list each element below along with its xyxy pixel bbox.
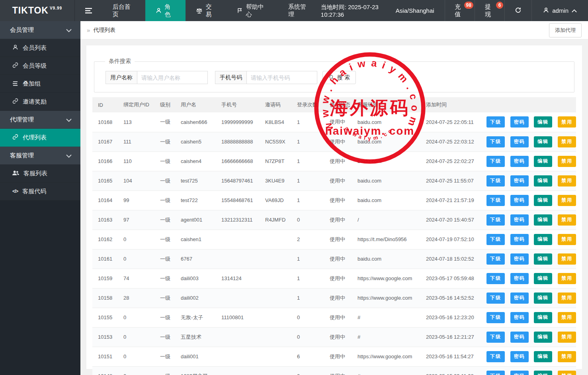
- edit-button[interactable]: 编辑: [534, 116, 552, 128]
- password-button[interactable]: 密码: [510, 371, 529, 375]
- cell-username: daili003: [175, 269, 216, 288]
- password-button[interactable]: 密码: [510, 332, 529, 343]
- edit-button[interactable]: 编辑: [534, 214, 552, 226]
- sub-agent-button[interactable]: 下级: [486, 195, 505, 206]
- withdraw-button[interactable]: 提现 6: [475, 0, 504, 21]
- edit-button[interactable]: 编辑: [534, 312, 552, 323]
- sidebar-toggle-button[interactable]: [75, 0, 102, 21]
- password-button[interactable]: 密码: [510, 253, 529, 265]
- sidebar-group-agents[interactable]: 代理管理: [0, 111, 80, 129]
- disable-button[interactable]: 禁用: [558, 253, 576, 265]
- password-button[interactable]: 密码: [510, 136, 529, 147]
- hamburger-icon: [85, 8, 92, 14]
- sidebar-group-service[interactable]: 客服管理: [0, 147, 80, 165]
- sidebar-item-invite-reward[interactable]: 邀请奖励: [0, 93, 80, 111]
- nav-item-home[interactable]: 后台首页: [102, 0, 145, 21]
- nav-item-label: 帮助中心: [246, 3, 268, 18]
- edit-button[interactable]: 编辑: [534, 293, 552, 304]
- password-button[interactable]: 密码: [510, 156, 529, 167]
- edit-button[interactable]: 编辑: [534, 175, 552, 187]
- edit-button[interactable]: 编辑: [534, 273, 552, 284]
- cell-login-count: 1: [291, 171, 324, 190]
- search-button[interactable]: 搜 索: [322, 71, 356, 84]
- phone-input[interactable]: [246, 71, 317, 84]
- password-button[interactable]: 密码: [510, 312, 529, 323]
- cell-actions: 下级 密码 编辑 禁用: [481, 210, 576, 230]
- disable-button[interactable]: 禁用: [558, 351, 576, 362]
- sidebar-group-members[interactable]: 会员管理: [0, 21, 80, 39]
- sub-agent-button[interactable]: 下级: [486, 371, 505, 375]
- sub-agent-button[interactable]: 下级: [486, 214, 505, 226]
- column-header: 手机号: [216, 97, 260, 112]
- cell-login-count: 1: [291, 132, 324, 151]
- edit-button[interactable]: 编辑: [534, 332, 552, 343]
- nav-item-roles[interactable]: 角色: [145, 0, 186, 21]
- nav-item-trade[interactable]: 交易: [186, 0, 227, 21]
- password-button[interactable]: 密码: [510, 175, 529, 187]
- sub-agent-button[interactable]: 下级: [486, 156, 505, 167]
- recharge-button[interactable]: 充值 98: [445, 0, 475, 21]
- disable-button[interactable]: 禁用: [558, 234, 576, 245]
- recharge-label: 充值: [455, 3, 465, 18]
- edit-button[interactable]: 编辑: [534, 234, 552, 245]
- cell-bind-user-id: 97: [118, 210, 154, 230]
- password-button[interactable]: 密码: [510, 351, 529, 362]
- add-agent-button[interactable]: 添加代理: [549, 23, 582, 37]
- sub-agent-button[interactable]: 下级: [486, 234, 505, 245]
- cell-username: caishen666: [175, 112, 216, 132]
- cell-login-count: 1: [291, 249, 324, 269]
- disable-button[interactable]: 禁用: [558, 371, 576, 375]
- sidebar-item-service-list[interactable]: 客服列表: [0, 165, 80, 183]
- nav-item-help-center[interactable]: 帮助中心: [227, 0, 278, 21]
- disable-button[interactable]: 禁用: [558, 293, 576, 304]
- admin-menu[interactable]: admin: [531, 0, 588, 21]
- sub-agent-button[interactable]: 下级: [486, 332, 505, 343]
- sidebar-item-stack-group[interactable]: 叠加组: [0, 75, 80, 93]
- disable-button[interactable]: 禁用: [558, 214, 576, 226]
- disable-button[interactable]: 禁用: [558, 116, 576, 128]
- cell-actions: 下级 密码 编辑 禁用: [481, 308, 576, 327]
- search-icon: [328, 74, 334, 81]
- cell-login-count: 0: [291, 210, 324, 230]
- cell-invite-code: R4JMFD: [260, 210, 291, 230]
- disable-button[interactable]: 禁用: [558, 175, 576, 187]
- cell-actions: 下级 密码 编辑 禁用: [481, 112, 576, 132]
- nav-item-system[interactable]: 系统管理: [278, 0, 321, 21]
- sub-agent-button[interactable]: 下级: [486, 293, 505, 304]
- edit-button[interactable]: 编辑: [534, 253, 552, 265]
- sub-agent-button[interactable]: 下级: [486, 351, 505, 362]
- sub-agent-button[interactable]: 下级: [486, 253, 505, 265]
- edit-button[interactable]: 编辑: [534, 351, 552, 362]
- sub-agent-button[interactable]: 下级: [486, 136, 505, 147]
- disable-button[interactable]: 禁用: [558, 312, 576, 323]
- sidebar-item-agent-list[interactable]: 代理列表: [0, 129, 80, 147]
- edit-button[interactable]: 编辑: [534, 371, 552, 375]
- password-button[interactable]: 密码: [510, 195, 529, 206]
- refresh-button[interactable]: [504, 0, 531, 21]
- code-icon: </>: [12, 188, 18, 194]
- cell-created-at: 2024-07-25 11:55:07: [420, 171, 481, 190]
- password-button[interactable]: 密码: [510, 234, 529, 245]
- disable-button[interactable]: 禁用: [558, 332, 576, 343]
- password-button[interactable]: 密码: [510, 293, 529, 304]
- sub-agent-button[interactable]: 下级: [486, 312, 505, 323]
- disable-button[interactable]: 禁用: [558, 195, 576, 206]
- sidebar-item-member-list[interactable]: 会员列表: [0, 39, 80, 57]
- cell-status: 使用中: [324, 366, 352, 375]
- edit-button[interactable]: 编辑: [534, 136, 552, 147]
- disable-button[interactable]: 禁用: [558, 156, 576, 167]
- password-button[interactable]: 密码: [510, 214, 529, 226]
- sub-agent-button[interactable]: 下级: [486, 175, 505, 187]
- edit-button[interactable]: 编辑: [534, 195, 552, 206]
- password-button[interactable]: 密码: [510, 116, 529, 128]
- disable-button[interactable]: 禁用: [558, 273, 576, 284]
- sidebar-item-service-code[interactable]: </> 客服代码: [0, 183, 80, 200]
- username-input[interactable]: [137, 71, 208, 84]
- table-row: 10155 0 一级 无敌-太子 11100801 0 使用中 # 2023-0…: [92, 308, 576, 327]
- sub-agent-button[interactable]: 下级: [486, 273, 505, 284]
- sidebar-item-member-level[interactable]: 会员等级: [0, 57, 80, 75]
- password-button[interactable]: 密码: [510, 273, 529, 284]
- edit-button[interactable]: 编辑: [534, 156, 552, 167]
- disable-button[interactable]: 禁用: [558, 136, 576, 147]
- sub-agent-button[interactable]: 下级: [486, 116, 505, 128]
